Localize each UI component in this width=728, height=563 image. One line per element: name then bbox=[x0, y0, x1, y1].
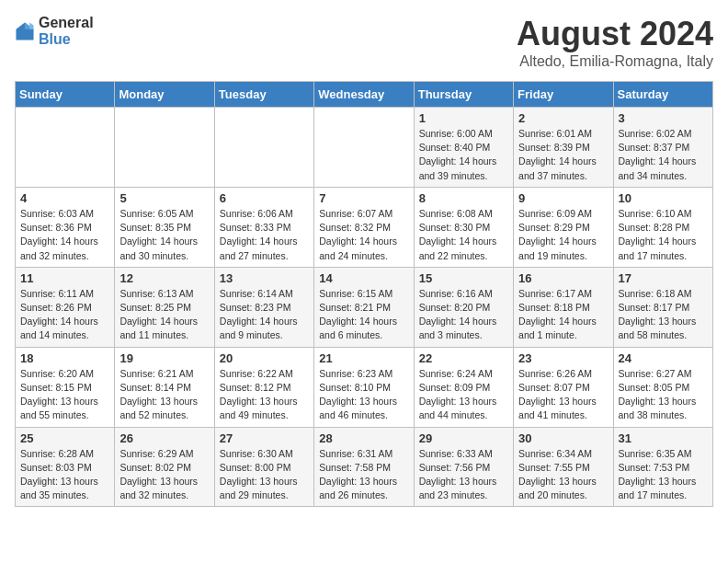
day-info: Sunrise: 6:31 AM Sunset: 7:58 PM Dayligh… bbox=[319, 447, 408, 503]
day-info: Sunrise: 6:18 AM Sunset: 8:17 PM Dayligh… bbox=[619, 287, 708, 343]
day-info: Sunrise: 6:00 AM Sunset: 8:40 PM Dayligh… bbox=[419, 127, 508, 183]
calendar-cell bbox=[115, 108, 214, 188]
day-number: 17 bbox=[619, 271, 708, 285]
weekday-header: Wednesday bbox=[314, 82, 414, 108]
day-number: 9 bbox=[518, 191, 608, 205]
calendar-cell: 18Sunrise: 6:20 AM Sunset: 8:15 PM Dayli… bbox=[16, 347, 115, 427]
calendar-cell: 27Sunrise: 6:30 AM Sunset: 8:00 PM Dayli… bbox=[214, 427, 313, 507]
calendar-cell: 2Sunrise: 6:01 AM Sunset: 8:39 PM Daylig… bbox=[514, 108, 613, 188]
day-number: 4 bbox=[20, 191, 109, 205]
day-number: 16 bbox=[518, 271, 608, 285]
calendar-cell: 5Sunrise: 6:05 AM Sunset: 8:35 PM Daylig… bbox=[115, 187, 214, 267]
day-info: Sunrise: 6:35 AM Sunset: 7:53 PM Dayligh… bbox=[619, 447, 708, 503]
day-info: Sunrise: 6:17 AM Sunset: 8:18 PM Dayligh… bbox=[518, 287, 608, 343]
calendar-cell: 24Sunrise: 6:27 AM Sunset: 8:05 PM Dayli… bbox=[613, 347, 712, 427]
weekday-header: Friday bbox=[514, 82, 613, 108]
day-info: Sunrise: 6:34 AM Sunset: 7:55 PM Dayligh… bbox=[518, 447, 608, 503]
subtitle: Altedo, Emilia-Romagna, Italy bbox=[517, 53, 713, 70]
day-number: 12 bbox=[119, 271, 209, 285]
day-number: 22 bbox=[419, 351, 508, 365]
day-number: 25 bbox=[20, 431, 109, 445]
calendar-cell: 9Sunrise: 6:09 AM Sunset: 8:29 PM Daylig… bbox=[514, 187, 613, 267]
weekday-header: Saturday bbox=[613, 82, 712, 108]
day-number: 2 bbox=[518, 111, 608, 125]
calendar-cell: 7Sunrise: 6:07 AM Sunset: 8:32 PM Daylig… bbox=[314, 187, 414, 267]
calendar-cell: 31Sunrise: 6:35 AM Sunset: 7:53 PM Dayli… bbox=[613, 427, 712, 507]
calendar-cell: 22Sunrise: 6:24 AM Sunset: 8:09 PM Dayli… bbox=[414, 347, 513, 427]
day-number: 31 bbox=[619, 431, 708, 445]
calendar-cell: 8Sunrise: 6:08 AM Sunset: 8:30 PM Daylig… bbox=[414, 187, 513, 267]
calendar-cell: 29Sunrise: 6:33 AM Sunset: 7:56 PM Dayli… bbox=[414, 427, 513, 507]
day-info: Sunrise: 6:33 AM Sunset: 7:56 PM Dayligh… bbox=[419, 447, 508, 503]
day-number: 11 bbox=[20, 271, 109, 285]
day-number: 20 bbox=[220, 351, 309, 365]
weekday-header: Monday bbox=[115, 82, 214, 108]
day-number: 26 bbox=[119, 431, 209, 445]
day-number: 23 bbox=[518, 351, 608, 365]
logo-text: General Blue bbox=[39, 15, 94, 48]
calendar-cell: 19Sunrise: 6:21 AM Sunset: 8:14 PM Dayli… bbox=[115, 347, 214, 427]
day-info: Sunrise: 6:26 AM Sunset: 8:07 PM Dayligh… bbox=[518, 367, 608, 423]
calendar-cell: 26Sunrise: 6:29 AM Sunset: 8:02 PM Dayli… bbox=[115, 427, 214, 507]
calendar-cell: 11Sunrise: 6:11 AM Sunset: 8:26 PM Dayli… bbox=[16, 267, 115, 347]
day-number: 15 bbox=[419, 271, 508, 285]
day-info: Sunrise: 6:02 AM Sunset: 8:37 PM Dayligh… bbox=[619, 127, 708, 183]
day-number: 29 bbox=[419, 431, 508, 445]
calendar-table: SundayMondayTuesdayWednesdayThursdayFrid… bbox=[15, 81, 713, 507]
day-number: 30 bbox=[518, 431, 608, 445]
logo-blue: Blue bbox=[39, 31, 71, 47]
calendar-cell: 16Sunrise: 6:17 AM Sunset: 8:18 PM Dayli… bbox=[514, 267, 613, 347]
day-number: 3 bbox=[619, 111, 708, 125]
day-number: 10 bbox=[619, 191, 708, 205]
weekday-header: Sunday bbox=[16, 82, 115, 108]
logo-icon bbox=[15, 21, 35, 41]
day-info: Sunrise: 6:24 AM Sunset: 8:09 PM Dayligh… bbox=[419, 367, 508, 423]
day-info: Sunrise: 6:27 AM Sunset: 8:05 PM Dayligh… bbox=[619, 367, 708, 423]
calendar-cell: 14Sunrise: 6:15 AM Sunset: 8:21 PM Dayli… bbox=[314, 267, 414, 347]
day-info: Sunrise: 6:29 AM Sunset: 8:02 PM Dayligh… bbox=[119, 447, 209, 503]
day-info: Sunrise: 6:06 AM Sunset: 8:33 PM Dayligh… bbox=[220, 207, 309, 263]
calendar-cell: 30Sunrise: 6:34 AM Sunset: 7:55 PM Dayli… bbox=[514, 427, 613, 507]
calendar-cell: 28Sunrise: 6:31 AM Sunset: 7:58 PM Dayli… bbox=[314, 427, 414, 507]
day-info: Sunrise: 6:15 AM Sunset: 8:21 PM Dayligh… bbox=[319, 287, 408, 343]
day-info: Sunrise: 6:20 AM Sunset: 8:15 PM Dayligh… bbox=[20, 367, 109, 423]
day-info: Sunrise: 6:22 AM Sunset: 8:12 PM Dayligh… bbox=[220, 367, 309, 423]
day-info: Sunrise: 6:23 AM Sunset: 8:10 PM Dayligh… bbox=[319, 367, 408, 423]
day-info: Sunrise: 6:30 AM Sunset: 8:00 PM Dayligh… bbox=[220, 447, 309, 503]
day-number: 21 bbox=[319, 351, 408, 365]
day-info: Sunrise: 6:09 AM Sunset: 8:29 PM Dayligh… bbox=[518, 207, 608, 263]
day-info: Sunrise: 6:07 AM Sunset: 8:32 PM Dayligh… bbox=[319, 207, 408, 263]
logo: General Blue bbox=[15, 15, 94, 48]
calendar-cell bbox=[16, 108, 115, 188]
day-number: 27 bbox=[220, 431, 309, 445]
day-number: 1 bbox=[419, 111, 508, 125]
day-info: Sunrise: 6:28 AM Sunset: 8:03 PM Dayligh… bbox=[20, 447, 109, 503]
day-number: 13 bbox=[220, 271, 309, 285]
calendar-cell: 6Sunrise: 6:06 AM Sunset: 8:33 PM Daylig… bbox=[214, 187, 313, 267]
calendar-cell: 23Sunrise: 6:26 AM Sunset: 8:07 PM Dayli… bbox=[514, 347, 613, 427]
calendar-cell: 15Sunrise: 6:16 AM Sunset: 8:20 PM Dayli… bbox=[414, 267, 513, 347]
svg-marker-2 bbox=[29, 22, 33, 29]
day-number: 18 bbox=[20, 351, 109, 365]
calendar-cell bbox=[314, 108, 414, 188]
calendar-cell: 17Sunrise: 6:18 AM Sunset: 8:17 PM Dayli… bbox=[613, 267, 712, 347]
calendar-cell: 10Sunrise: 6:10 AM Sunset: 8:28 PM Dayli… bbox=[613, 187, 712, 267]
day-number: 6 bbox=[220, 191, 309, 205]
calendar-cell: 13Sunrise: 6:14 AM Sunset: 8:23 PM Dayli… bbox=[214, 267, 313, 347]
day-number: 7 bbox=[319, 191, 408, 205]
day-info: Sunrise: 6:03 AM Sunset: 8:36 PM Dayligh… bbox=[20, 207, 109, 263]
main-title: August 2024 bbox=[517, 15, 713, 53]
calendar-cell: 21Sunrise: 6:23 AM Sunset: 8:10 PM Dayli… bbox=[314, 347, 414, 427]
title-block: August 2024 Altedo, Emilia-Romagna, Ital… bbox=[517, 15, 713, 70]
day-number: 24 bbox=[619, 351, 708, 365]
day-number: 5 bbox=[119, 191, 209, 205]
calendar-cell: 1Sunrise: 6:00 AM Sunset: 8:40 PM Daylig… bbox=[414, 108, 513, 188]
page-header: General Blue August 2024 Altedo, Emilia-… bbox=[15, 15, 713, 70]
calendar-cell: 3Sunrise: 6:02 AM Sunset: 8:37 PM Daylig… bbox=[613, 108, 712, 188]
day-info: Sunrise: 6:01 AM Sunset: 8:39 PM Dayligh… bbox=[518, 127, 608, 183]
day-info: Sunrise: 6:21 AM Sunset: 8:14 PM Dayligh… bbox=[119, 367, 209, 423]
day-info: Sunrise: 6:08 AM Sunset: 8:30 PM Dayligh… bbox=[419, 207, 508, 263]
calendar-cell: 25Sunrise: 6:28 AM Sunset: 8:03 PM Dayli… bbox=[16, 427, 115, 507]
calendar-cell bbox=[214, 108, 313, 188]
day-number: 14 bbox=[319, 271, 408, 285]
